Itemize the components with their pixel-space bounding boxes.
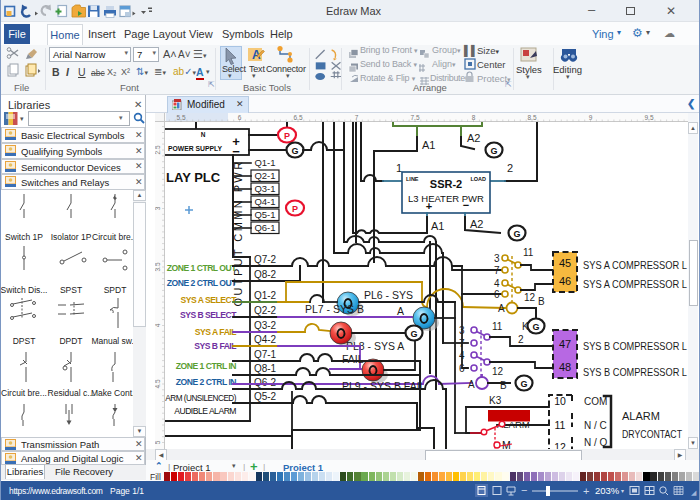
svg-text:Q5-2: Q5-2: [254, 391, 277, 402]
svg-text:Q2-1: Q2-1: [254, 170, 275, 181]
svg-text:PL7 - SYS B: PL7 - SYS B: [305, 303, 364, 315]
svg-text:ARM (UNSILENCED): ARM (UNSILENCED): [165, 394, 236, 403]
svg-text:5: 5: [155, 440, 161, 444]
svg-text:▾: ▾: [621, 488, 624, 494]
svg-text:P: P: [292, 204, 298, 214]
svg-text:LINE: LINE: [406, 176, 419, 182]
svg-text:Q4-1: Q4-1: [254, 196, 275, 207]
svg-text:G: G: [410, 329, 417, 339]
svg-text:6: 6: [494, 289, 500, 300]
svg-text:ZONE 2 CTRL OUT: ZONE 2 CTRL OUT: [167, 278, 237, 288]
svg-text:SYS A COMPRESSOR L: SYS A COMPRESSOR L: [583, 278, 687, 290]
svg-text:Q7-1: Q7-1: [254, 349, 277, 360]
svg-text:4: 4: [494, 278, 500, 289]
svg-text:Switch Dis...: Switch Dis...: [1, 285, 48, 295]
svg-text:B: B: [500, 380, 507, 391]
svg-text:LOAD: LOAD: [470, 176, 486, 182]
svg-text:Make Cont...: Make Cont...: [91, 388, 139, 398]
svg-text:ZONE 2 CTRL IN: ZONE 2 CTRL IN: [176, 377, 236, 387]
svg-text:A1: A1: [422, 139, 435, 151]
svg-text:LAY PLC: LAY PLC: [166, 170, 221, 185]
svg-text:Circuit bre...: Circuit bre...: [1, 388, 47, 398]
svg-text:SYS B SELECT: SYS B SELECT: [180, 310, 237, 320]
svg-text:Manual sw...: Manual sw...: [91, 336, 138, 346]
svg-text:47: 47: [559, 338, 571, 350]
svg-text:7: 7: [494, 265, 500, 276]
svg-text:Q8-2: Q8-2: [254, 269, 277, 280]
svg-text:ZONE 1 CTRL IN: ZONE 1 CTRL IN: [176, 361, 236, 371]
svg-text:FAIL: FAIL: [342, 353, 364, 365]
svg-text:12: 12: [554, 441, 566, 449]
svg-text:A2: A2: [470, 218, 483, 230]
svg-text:2: 2: [507, 162, 513, 174]
svg-text:203%: 203%: [595, 485, 620, 496]
svg-text:4: 4: [155, 323, 161, 327]
svg-text:SYS B COMPRESSOR L: SYS B COMPRESSOR L: [583, 340, 687, 352]
svg-text:AUDIBLE ALARM: AUDIBLE ALARM: [174, 406, 236, 416]
svg-text:Isolator 1P: Isolator 1P: [51, 232, 92, 242]
svg-text:DPST: DPST: [13, 336, 36, 346]
svg-text:G: G: [513, 229, 520, 239]
svg-text:12: 12: [524, 292, 536, 303]
svg-text:P: P: [284, 131, 290, 141]
svg-text:11: 11: [555, 419, 566, 431]
svg-text:Q3-1: Q3-1: [254, 183, 275, 194]
svg-text:SYS B COMPRESSOR L: SYS B COMPRESSOR L: [583, 366, 687, 378]
svg-text:B: B: [538, 296, 545, 307]
svg-text:Q6-1: Q6-1: [254, 222, 275, 233]
svg-text:+: +: [583, 485, 589, 497]
svg-text:A2: A2: [467, 132, 480, 144]
svg-text:Q4-2: Q4-2: [254, 334, 277, 345]
svg-text:G: G: [291, 146, 298, 156]
svg-text:Q5-1: Q5-1: [254, 209, 275, 220]
svg-text:Q1-2: Q1-2: [254, 290, 277, 301]
svg-text:DRYCONTACT: DRYCONTACT: [622, 428, 682, 440]
svg-text:A: A: [498, 303, 505, 314]
svg-text:3: 3: [494, 253, 500, 264]
svg-text:L3 HEATER PWR: L3 HEATER PWR: [408, 193, 484, 204]
svg-text:K: K: [522, 321, 529, 332]
svg-text:PL9 - SYS B FAIL: PL9 - SYS B FAIL: [342, 380, 426, 392]
svg-text:ZONE 1 CTRL OUT: ZONE 1 CTRL OUT: [167, 263, 237, 273]
svg-text:DPDT: DPDT: [59, 336, 82, 346]
svg-text:48: 48: [559, 361, 571, 373]
svg-text:3.5: 3.5: [155, 262, 161, 271]
svg-text:SPST: SPST: [60, 285, 82, 295]
svg-text:Circuit bre...: Circuit bre...: [92, 232, 138, 242]
svg-text:SYS A SELECT: SYS A SELECT: [181, 295, 238, 305]
svg-text:N / C: N / C: [584, 420, 607, 431]
svg-text:POWER SUPPLY: POWER SUPPLY: [168, 145, 223, 152]
svg-text:46: 46: [559, 275, 571, 287]
svg-text:Q7-2: Q7-2: [254, 254, 277, 265]
svg-text:+: +: [426, 200, 432, 212]
svg-text:ALARM: ALARM: [622, 410, 660, 422]
svg-text:Q8-1: Q8-1: [254, 363, 277, 374]
svg-text:N: N: [201, 131, 206, 138]
svg-text:SYS A COMPRESSOR L: SYS A COMPRESSOR L: [583, 259, 687, 271]
svg-text:Q6-2: Q6-2: [254, 377, 277, 388]
svg-text:10: 10: [554, 395, 566, 407]
svg-text:COM: COM: [584, 396, 607, 407]
svg-text:SYS A FAIL: SYS A FAIL: [195, 327, 236, 337]
svg-text:G: G: [532, 322, 539, 332]
svg-text:Residual c...: Residual c...: [48, 388, 95, 398]
svg-text:12: 12: [492, 366, 504, 377]
svg-text:A: A: [468, 379, 475, 390]
svg-text:11: 11: [492, 321, 503, 332]
svg-text:45: 45: [559, 257, 571, 269]
svg-text:Q2-2: Q2-2: [254, 305, 277, 316]
svg-text:4.5: 4.5: [155, 379, 161, 388]
svg-text:2: 2: [518, 334, 524, 345]
svg-text:PL6 - SYS: PL6 - SYS: [364, 289, 413, 301]
svg-text:11: 11: [523, 247, 534, 258]
svg-text:3: 3: [155, 206, 161, 210]
svg-text:SYS B FAIL: SYS B FAIL: [194, 341, 236, 351]
svg-text:Q3-2: Q3-2: [254, 320, 277, 331]
svg-text:G: G: [490, 146, 497, 156]
svg-text:2.5: 2.5: [155, 145, 161, 154]
svg-text:K3: K3: [489, 395, 502, 406]
svg-text:−: −: [463, 199, 469, 211]
svg-text:−: −: [521, 484, 527, 496]
svg-text:SSR-2: SSR-2: [430, 178, 462, 190]
svg-text:A: A: [397, 305, 404, 317]
